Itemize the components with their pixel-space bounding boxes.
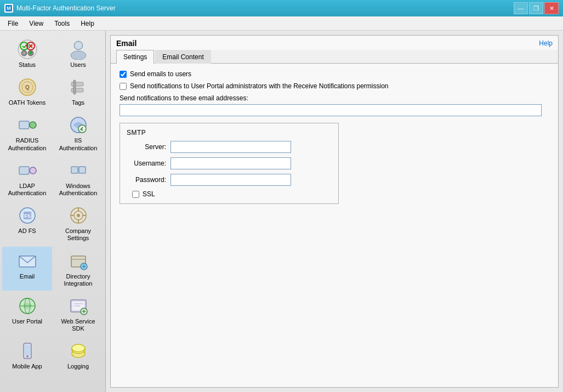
svg-rect-19 [71, 82, 83, 86]
minimize-button[interactable]: — [514, 2, 528, 14]
radius-icon [16, 114, 38, 136]
svg-point-64 [72, 344, 85, 352]
maximize-button[interactable]: ❐ [529, 2, 543, 14]
sidebar-item-radius[interactable]: RADIUS Authentication [2, 111, 52, 155]
sidebar-item-email[interactable]: Email [2, 247, 52, 291]
directory-icon [67, 250, 89, 272]
smtp-group: SMTP Server: Username: Password: [120, 123, 339, 204]
sidebar-item-status[interactable]: Status [2, 35, 52, 72]
ssl-label[interactable]: SSL [143, 190, 155, 198]
sidebar-label-email: Email [20, 273, 35, 280]
ldap-icon [16, 160, 38, 181]
app-icon: M [4, 4, 13, 13]
logging-icon [67, 340, 89, 362]
sidebar-item-iis[interactable]: IIS Authentication [53, 111, 103, 155]
adfs-icon: FS [16, 204, 38, 226]
sidebar-label-users: Users [70, 61, 86, 69]
smtp-password-input[interactable] [170, 174, 291, 186]
content-area: Email Help Settings Email Content Send e… [106, 31, 563, 392]
email-icon [16, 250, 38, 272]
svg-text:FS: FS [24, 213, 31, 219]
svg-point-15 [75, 42, 82, 49]
menu-view[interactable]: View [24, 18, 49, 30]
status-icon [16, 38, 38, 60]
sidebar-label-adfs: AD FS [18, 228, 36, 235]
svg-rect-10 [23, 52, 25, 54]
sidebar-item-company[interactable]: Company Settings [53, 201, 103, 245]
sidebar-item-ldap[interactable]: LDAP Authentication [2, 156, 52, 200]
sidebar-item-adfs[interactable]: FS AD FS [2, 201, 52, 245]
menu-tools[interactable]: Tools [49, 18, 75, 30]
send-emails-row: Send emails to users [120, 70, 549, 78]
svg-point-61 [26, 355, 29, 357]
sidebar-item-oath-tokens[interactable]: Q OATH Tokens [2, 73, 52, 110]
svg-text:Q: Q [25, 84, 30, 90]
send-emails-checkbox[interactable] [120, 71, 127, 78]
email-addresses-input[interactable] [120, 104, 542, 116]
email-addresses-section: Send notifications to these email addres… [120, 94, 549, 116]
menu-file[interactable]: File [2, 18, 24, 30]
svg-rect-22 [19, 121, 29, 129]
panel-header: Email Help [111, 36, 558, 50]
svg-rect-31 [71, 167, 78, 173]
sidebar-label-ldap: LDAP Authentication [4, 183, 50, 197]
menu-help[interactable]: Help [75, 18, 100, 30]
send-notifications-checkbox[interactable] [120, 83, 127, 90]
sidebar-label-oath: OATH Tokens [9, 99, 46, 106]
smtp-server-input[interactable] [170, 141, 291, 153]
panel-title: Email [116, 39, 137, 48]
help-link[interactable]: Help [539, 39, 553, 47]
tab-settings[interactable]: Settings [116, 50, 154, 64]
svg-point-23 [30, 122, 36, 128]
smtp-legend: SMTP [127, 129, 332, 137]
send-emails-label[interactable]: Send emails to users [130, 70, 191, 78]
send-notifications-row: Send notifications to User Portal admini… [120, 82, 549, 90]
sidebar-item-logging[interactable]: Logging [53, 337, 103, 373]
sidebar-item-sdk[interactable]: Web Service SDK [53, 292, 103, 336]
svg-rect-60 [25, 345, 30, 355]
svg-point-30 [30, 167, 36, 174]
sidebar-label-directory: Directory Integration [55, 273, 101, 287]
sidebar-label-logging: Logging [67, 363, 89, 370]
iis-icon [67, 114, 89, 136]
svg-point-26 [78, 125, 86, 133]
sidebar-item-portal[interactable]: User Portal [2, 292, 52, 336]
sidebar-label-sdk: Web Service SDK [55, 318, 101, 332]
oath-icon: Q [16, 76, 38, 98]
svg-rect-21 [73, 80, 76, 94]
window-controls[interactable]: — ❐ ✕ [514, 2, 559, 14]
sidebar-label-radius: RADIUS Authentication [4, 137, 50, 151]
tabs-container: Settings Email Content [111, 50, 558, 64]
portal-icon [16, 295, 38, 317]
window-title: Multi-Factor Authentication Server [16, 4, 116, 12]
smtp-server-label: Server: [127, 143, 170, 151]
sidebar-grid: Status Users [0, 33, 105, 376]
close-button[interactable]: ✕ [544, 2, 559, 14]
sidebar-label-portal: User Portal [12, 318, 42, 325]
send-notifications-label[interactable]: Send notifications to User Portal admini… [130, 82, 389, 90]
ssl-checkbox[interactable] [132, 191, 139, 198]
sidebar-label-windows: Windows Authentication [55, 183, 101, 197]
sidebar-item-directory[interactable]: Directory Integration [53, 247, 103, 291]
sidebar-item-windows[interactable]: Windows Authentication [53, 156, 103, 200]
sidebar-item-tags[interactable]: Tags [53, 73, 103, 110]
sidebar-item-users[interactable]: Users [53, 35, 103, 72]
sidebar-item-mobile[interactable]: Mobile App [2, 337, 52, 373]
ssl-row: SSL [127, 190, 332, 198]
smtp-username-label: Username: [127, 160, 170, 167]
svg-rect-29 [19, 167, 29, 174]
mobile-icon [16, 340, 38, 362]
svg-text:M: M [7, 5, 11, 11]
title-bar: M Multi-Factor Authentication Server — ❐… [0, 0, 563, 16]
content-panel: Email Help Settings Email Content Send e… [110, 35, 559, 388]
users-icon [67, 38, 89, 60]
menu-bar: File View Tools Help [0, 16, 563, 31]
tab-email-content[interactable]: Email Content [155, 50, 211, 64]
sidebar-label-mobile: Mobile App [12, 363, 42, 370]
sidebar-label-status: Status [19, 61, 36, 69]
smtp-password-row: Password: [127, 174, 332, 186]
svg-point-2 [18, 40, 37, 59]
smtp-password-label: Password: [127, 176, 170, 184]
smtp-username-input[interactable] [170, 157, 291, 169]
sdk-icon [67, 295, 89, 317]
